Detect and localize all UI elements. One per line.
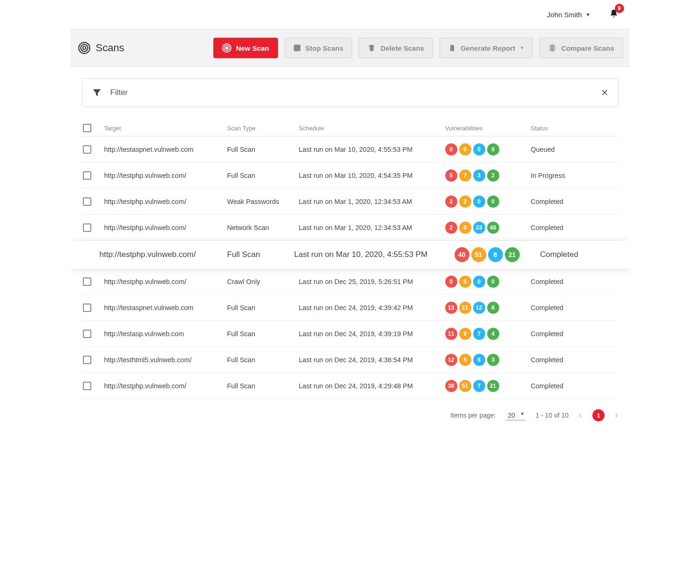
vuln-badge: 3 (487, 354, 499, 366)
scans-table: Target Scan Type Schedule Vulnerabilitie… (82, 120, 618, 399)
row-checkbox[interactable] (83, 277, 91, 286)
vuln-badge: 0 (459, 222, 471, 234)
new-scan-label: New Scan (236, 44, 269, 52)
select-all-checkbox[interactable] (83, 124, 91, 132)
cell-status: Completed (531, 356, 618, 364)
table-row[interactable]: http://testphp.vulnweb.com/Full ScanLast… (82, 162, 618, 189)
cell-target: http://testphp.vulnweb.com/ (104, 224, 225, 231)
content-area: Filter ✕ Target Scan Type Schedule Vulne… (71, 67, 630, 433)
cell-status: Completed (531, 198, 618, 205)
vuln-badge: 7 (473, 380, 485, 392)
cell-schedule: Last run on Dec 25, 2019, 5:26:51 PM (299, 278, 443, 285)
user-name-label: John Smith (547, 11, 582, 19)
vuln-badge: 8 (488, 247, 503, 262)
vuln-badge: 46 (487, 222, 499, 234)
vuln-badge: 2 (445, 196, 457, 208)
filter-bar[interactable]: Filter ✕ (82, 78, 618, 107)
row-checkbox[interactable] (83, 197, 91, 206)
svg-point-0 (82, 47, 86, 50)
row-checkbox[interactable] (83, 171, 91, 180)
vuln-badge: 0 (445, 276, 457, 288)
table-row[interactable]: http://testasp.vulnweb.comFull ScanLast … (82, 321, 618, 347)
table-row[interactable]: http://testphp.vulnweb.com/Full ScanLast… (82, 373, 618, 399)
page-title-text: Scans (96, 42, 124, 54)
pagination: Items per page: 20 ▼ 1 - 10 of 10 ‹ 1 › (82, 409, 618, 421)
table-row[interactable]: http://testphp.vulnweb.com/Network ScanL… (82, 215, 618, 241)
row-checkbox[interactable] (83, 145, 91, 154)
delete-scans-button[interactable]: Delete Scans (359, 38, 433, 58)
next-page-button[interactable]: › (615, 409, 618, 421)
cell-schedule: Last run on Dec 24, 2019, 4:38:54 PM (299, 356, 443, 364)
cell-status: Completed (531, 278, 618, 285)
table-row[interactable]: http://testphp.vulnweb.com/Weak Password… (82, 189, 618, 215)
user-menu[interactable]: John Smith ▼ (547, 11, 591, 19)
new-scan-button[interactable]: New Scan (213, 38, 278, 58)
cell-status: Completed (531, 224, 618, 231)
close-icon[interactable]: ✕ (601, 87, 609, 98)
vuln-badge: 0 (473, 196, 485, 208)
cell-scan-type: Full Scan (227, 356, 297, 364)
cell-schedule: Last run on Mar 10, 2020, 4:55:53 PM (294, 250, 453, 259)
cell-status: Completed (531, 330, 618, 338)
top-bar: John Smith ▼ 9 (71, 0, 630, 29)
vuln-badge: 0 (459, 276, 471, 288)
col-scan-type: Scan Type (227, 125, 297, 132)
cell-target: http://testphp.vulnweb.com/ (104, 278, 225, 285)
svg-rect-6 (294, 45, 300, 51)
stop-scans-button[interactable]: Stop Scans (285, 38, 353, 58)
table-row[interactable]: http://testphp.vulnweb.com/Full ScanLast… (71, 241, 630, 269)
generate-report-button[interactable]: Generate Report ▼ (440, 38, 533, 58)
cell-target: http://testphp.vulnweb.com/ (104, 198, 225, 205)
vuln-badge: 0 (487, 143, 499, 155)
row-checkbox[interactable] (83, 330, 91, 338)
cell-status: Queued (531, 146, 618, 153)
caret-down-icon: ▼ (520, 412, 524, 416)
col-target: Target (104, 125, 225, 132)
svg-point-3 (225, 47, 228, 49)
table-row[interactable]: http://testaspnet.vulnweb.comFull ScanLa… (82, 295, 618, 321)
vuln-badge: 6 (487, 302, 499, 314)
file-icon (449, 44, 456, 52)
cell-vulnerabilities: 2200 (445, 196, 529, 208)
cell-target: http://testaspnet.vulnweb.com (104, 146, 225, 153)
vuln-badge: 0 (473, 143, 485, 155)
cell-status: Completed (531, 304, 618, 311)
row-checkbox[interactable] (83, 382, 91, 390)
cell-scan-type: Full Scan (227, 146, 297, 153)
caret-down-icon: ▼ (520, 46, 524, 50)
cell-status: Completed (531, 382, 618, 390)
vuln-badge: 21 (487, 380, 499, 392)
cell-vulnerabilities: 3851721 (445, 380, 529, 392)
compare-scans-label: Compare Scans (561, 44, 614, 52)
page-number-current[interactable]: 1 (592, 409, 605, 421)
cell-scan-type: Weak Passwords (227, 198, 297, 205)
cell-scan-type: Crawl Only (227, 278, 297, 285)
prev-page-button[interactable]: ‹ (579, 409, 582, 421)
cell-scan-type: Full Scan (227, 330, 297, 338)
vuln-badge: 12 (473, 302, 485, 314)
vuln-badge: 0 (459, 143, 471, 155)
col-vulnerabilities: Vulnerabilities (445, 125, 529, 132)
vuln-badge: 21 (505, 247, 520, 262)
vuln-badge: 5 (459, 354, 471, 366)
filter-icon (92, 88, 102, 98)
cell-status: In Progress (531, 172, 618, 179)
cell-schedule: Last run on Dec 24, 2019, 4:29:48 PM (299, 382, 443, 390)
cell-scan-type: Full Scan (227, 304, 297, 311)
compare-scans-button[interactable]: Compare Scans (539, 38, 623, 58)
cell-vulnerabilities: 0000 (445, 143, 529, 155)
table-row[interactable]: http://testphp.vulnweb.com/Crawl OnlyLas… (82, 269, 618, 295)
cell-target: http://testasp.vulnweb.com (104, 330, 225, 338)
row-checkbox[interactable] (83, 304, 91, 312)
notifications-button[interactable]: 9 (609, 8, 618, 20)
row-checkbox[interactable] (83, 356, 91, 364)
cell-target: http://testphp.vulnweb.com/ (100, 250, 225, 259)
cell-vulnerabilities: 202346 (445, 222, 529, 234)
vuln-badge: 7 (473, 328, 485, 340)
items-per-page-select[interactable]: 20 ▼ (506, 411, 525, 420)
vuln-badge: 11 (445, 328, 457, 340)
table-row[interactable]: http://testaspnet.vulnweb.comFull ScanLa… (82, 136, 618, 162)
table-row[interactable]: http://testhtml5.vulnweb.com/Full ScanLa… (82, 347, 618, 373)
row-checkbox[interactable] (83, 223, 91, 232)
col-schedule: Schedule (299, 125, 443, 132)
